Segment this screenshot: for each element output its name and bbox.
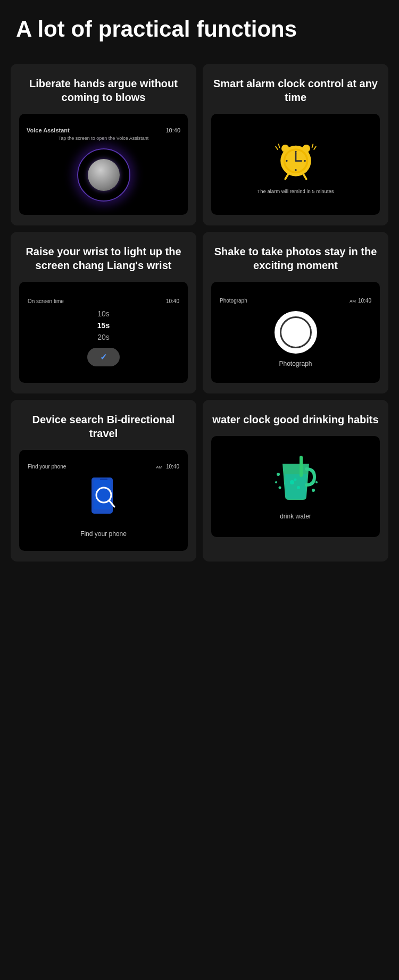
screen-screen-time: On screen time 10:40 10s 15s 20s ✓ [19,282,188,383]
screen-time-header: On screen time 10:40 [24,298,182,304]
voice-header: Voice Assistant 10:40 [24,127,182,133]
photo-am: AM [350,299,356,304]
check-button[interactable]: ✓ [87,348,120,366]
screen-time-label: On screen time [28,298,64,304]
card-title-alarm: Smart alarm clock control at any time [211,77,380,104]
photograph-label: Photograph [279,360,312,367]
find-phone-am: AM [156,465,162,470]
svg-point-16 [304,160,306,162]
svg-point-23 [297,486,300,489]
screen-drink-water: drink water [211,436,380,537]
card-raise-wrist: Raise your wrist to light up the screen … [11,232,196,393]
voice-time: 10:40 [165,127,180,133]
find-phone-icon-container [85,475,122,525]
find-phone-svg [85,475,122,523]
screen-time-value: 10:40 [166,298,179,304]
find-phone-time: 10:40 [166,464,179,470]
svg-line-12 [312,144,313,147]
screen-option-20s: 20s [97,333,110,341]
svg-rect-21 [100,479,107,480]
card-title-liberate: Liberate hands argue without coming to b… [19,77,188,104]
svg-line-7 [285,174,288,179]
alarm-clock-icon [272,135,320,183]
voice-tap-text: Tap the screen to open the Voice Assista… [59,136,149,141]
find-phone-bottom-label: Find your phone [80,530,127,538]
voice-circle-outer [77,148,130,202]
card-title-find: Device search Bi-directional travel [19,413,188,440]
screen-option-10s: 10s [97,309,110,318]
svg-point-6 [302,145,310,152]
card-water-clock: water clock good drinking habits [203,400,388,562]
svg-rect-25 [300,456,303,477]
svg-point-15 [286,160,288,162]
drink-water-label: drink water [280,513,311,520]
card-title-wrist: Raise your wrist to light up the screen … [19,245,188,272]
card-smart-alarm: Smart alarm clock control at any time [203,64,388,225]
svg-line-8 [303,174,306,179]
svg-line-9 [276,146,278,149]
card-find-phone: Device search Bi-directional travel Find… [11,400,196,562]
screen-alarm: The alarm will remind in 5 minutes [211,114,380,215]
screen-photograph: Photograph AM10:40 Photograph [211,282,380,383]
svg-point-28 [278,487,281,489]
svg-point-26 [277,473,280,476]
svg-point-30 [315,481,318,483]
screen-option-15s: 15s [97,321,110,330]
screen-time-options: 10s 15s 20s [24,309,182,341]
photo-header: Photograph AM10:40 [217,298,375,304]
card-liberate-hands: Liberate hands argue without coming to b… [11,64,196,225]
photograph-button-inner [280,316,312,348]
voice-title: Voice Assistant [27,127,70,133]
alarm-reminder-text: The alarm will remind in 5 minutes [257,188,334,194]
svg-line-10 [278,144,279,147]
water-cup-icon [272,453,320,506]
svg-point-5 [281,145,289,152]
svg-point-24 [294,479,296,481]
page-title: A lot of practical functions [11,16,388,43]
find-phone-time-area: AM 10:40 [156,464,179,470]
svg-line-11 [314,146,316,149]
screen-voice-assistant: Voice Assistant 10:40 Tap the screen to … [19,114,188,215]
photo-label-top: Photograph [220,298,247,304]
svg-point-29 [312,489,315,492]
svg-point-14 [295,169,297,171]
photo-time: AM10:40 [350,298,371,304]
photograph-button[interactable] [275,311,317,354]
card-photograph: Shake to take photos stay in the excitin… [203,232,388,393]
voice-circle-inner [88,159,120,191]
svg-point-22 [290,480,294,484]
card-title-photo: Shake to take photos stay in the excitin… [211,245,380,272]
card-title-water: water clock good drinking habits [212,413,378,426]
check-mark-icon: ✓ [100,352,107,362]
find-phone-label-top: Find your phone [28,464,66,470]
screen-find-phone: Find your phone AM 10:40 Find you [19,450,188,551]
svg-point-27 [275,481,277,483]
svg-point-13 [295,151,297,153]
find-phone-header: Find your phone AM 10:40 [24,464,182,470]
feature-grid: Liberate hands argue without coming to b… [11,64,388,562]
